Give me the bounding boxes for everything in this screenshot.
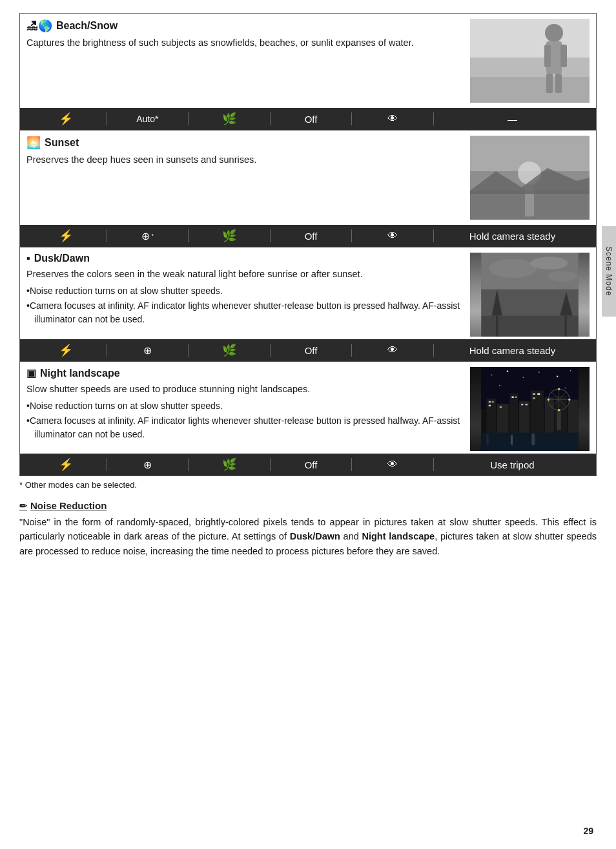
- svg-rect-52: [521, 404, 523, 405]
- svg-rect-66: [557, 409, 561, 430]
- beach-snow-settings: ⚡ Auto* 🌿 Off 👁 —: [20, 108, 596, 130]
- af-text: Auto*: [136, 114, 158, 124]
- af-icon-3: ⊕: [143, 344, 152, 357]
- divider1: [107, 112, 107, 125]
- flash-setting: ⚡: [28, 112, 104, 126]
- svg-point-21: [489, 259, 537, 278]
- noise-reduction-title-text: Noise Reduction: [30, 500, 107, 511]
- svg-point-36: [499, 385, 500, 386]
- footnote-text: * Other modes can be selected.: [19, 480, 137, 490]
- face-icon-2: 👁: [387, 230, 398, 242]
- flash-setting-4: ⚡: [28, 457, 104, 472]
- noise-reduction-text: "Noise" in the form of randomly-spaced, …: [19, 515, 597, 558]
- night-landscape-bold: Night landscape: [362, 531, 435, 541]
- iso-text-3: Off: [305, 345, 318, 356]
- bullet-2-text: Camera focuses at infinity. AF indicator…: [30, 300, 460, 324]
- sunset-title: 🌅 Sunset: [26, 136, 464, 150]
- stabilize-icon: 🌿: [222, 112, 236, 126]
- iso-setting-4: Off: [273, 459, 349, 470]
- svg-point-70: [548, 399, 549, 401]
- beach-snow-text: 🏖🌎 Beach/Snow Captures the brightness of…: [26, 19, 470, 103]
- svg-rect-9: [555, 74, 562, 93]
- sunset-svg: [470, 136, 590, 220]
- af-icon-4: ⊕: [143, 459, 152, 471]
- div2-5: [433, 229, 434, 242]
- svg-point-69: [558, 409, 560, 411]
- div4-1: [107, 458, 107, 471]
- divider3: [270, 112, 271, 125]
- night-landscape-icon: ▣: [26, 367, 36, 379]
- beach-snow-svg: [470, 19, 590, 103]
- div2-2: [188, 229, 189, 242]
- af-setting: Auto*: [110, 114, 186, 124]
- bullet-4-text: Camera focuses at infinity. AF indicator…: [30, 415, 460, 439]
- night-landscape-section: ▣ Night landscape Slow shutter speeds ar…: [19, 362, 597, 476]
- div3-4: [351, 344, 352, 357]
- div2-4: [351, 229, 352, 242]
- flash-icon-2: ⚡: [59, 229, 73, 243]
- div4-3: [270, 458, 271, 471]
- dusk-dawn-content: ▪ Dusk/Dawn Preserves the colors seen in…: [20, 247, 596, 339]
- beach-snow-content: 🏖🌎 Beach/Snow Captures the brightness of…: [20, 14, 596, 108]
- scene-mode-label: Scene Mode: [604, 246, 613, 296]
- svg-rect-55: [537, 393, 540, 395]
- sunset-icon: 🌅: [26, 136, 41, 150]
- note-text-4: Use tripod: [490, 459, 534, 470]
- svg-point-37: [565, 388, 566, 389]
- dusk-dawn-desc: Preserves the colors seen in the weak na…: [26, 267, 464, 281]
- sunset-text: 🌅 Sunset Preserves the deep hues seen in…: [26, 136, 470, 220]
- bullet-2: •Camera focuses at infinity. AF indicato…: [26, 299, 464, 326]
- div3-2: [188, 344, 189, 357]
- svg-rect-50: [511, 397, 513, 398]
- dusk-dawn-bullets: •Noise reduction turns on at slow shutte…: [26, 284, 464, 326]
- night-landscape-text: ▣ Night landscape Slow shutter speeds ar…: [26, 367, 470, 451]
- iso-setting-2: Off: [273, 231, 349, 242]
- af-setting-2: ⊕ *: [110, 230, 186, 242]
- svg-rect-57: [481, 433, 578, 451]
- night-landscape-title-text: Night landscape: [40, 368, 120, 379]
- stabilize-setting: 🌿: [191, 112, 267, 126]
- sunset-settings: ⚡ ⊕ * 🌿 Off 👁 Hold camera steady: [20, 225, 596, 247]
- dusk-dawn-text: ▪ Dusk/Dawn Preserves the colors seen in…: [26, 253, 470, 337]
- night-landscape-title: ▣ Night landscape: [26, 367, 464, 379]
- sunset-title-text: Sunset: [45, 137, 79, 149]
- svg-rect-27: [565, 316, 567, 337]
- beach-snow-image: [470, 19, 590, 103]
- divider4: [351, 112, 352, 125]
- svg-rect-2: [470, 58, 590, 77]
- svg-rect-7: [560, 45, 567, 67]
- beach-snow-icon: 🏖🌎: [26, 19, 52, 33]
- face-setting-2: 👁: [354, 230, 431, 242]
- svg-rect-59: [511, 435, 513, 445]
- note-setting-3: Hold camera steady: [436, 345, 588, 356]
- svg-point-33: [539, 372, 540, 373]
- dusk-dawn-bold: Dusk/Dawn: [290, 531, 340, 541]
- night-landscape-image: [470, 367, 590, 451]
- div4-4: [351, 458, 352, 471]
- flash-setting-2: ⚡: [28, 229, 104, 243]
- svg-rect-6: [544, 45, 551, 67]
- div4-2: [188, 458, 189, 471]
- face-icon: 👁: [387, 113, 398, 125]
- note-setting: —: [436, 114, 588, 125]
- page-number-text: 29: [583, 826, 593, 836]
- stabilize-icon-2: 🌿: [222, 229, 236, 243]
- footnote: * Other modes can be selected.: [19, 480, 597, 490]
- svg-rect-47: [492, 401, 494, 403]
- svg-rect-49: [500, 406, 502, 408]
- night-landscape-content: ▣ Night landscape Slow shutter speeds ar…: [20, 362, 596, 454]
- svg-point-67: [558, 388, 560, 390]
- bullet-4: •Camera focuses at infinity. AF indicato…: [26, 414, 464, 441]
- svg-rect-46: [489, 401, 491, 403]
- divider5: [433, 112, 434, 125]
- face-icon-4: 👁: [387, 459, 398, 470]
- stabilize-icon-3: 🌿: [222, 343, 236, 357]
- dusk-dawn-settings: ⚡ ⊕ 🌿 Off 👁 Hold camera steady: [20, 339, 596, 361]
- face-setting-3: 👁: [354, 344, 431, 356]
- dusk-dawn-icon: ▪: [26, 253, 30, 264]
- sunset-section: 🌅 Sunset Preserves the deep hues seen in…: [19, 131, 597, 247]
- div3-3: [270, 344, 271, 357]
- svg-rect-26: [496, 316, 498, 337]
- note-setting-2: Hold camera steady: [436, 231, 588, 242]
- noise-reduction-title: ✏ Noise Reduction: [19, 500, 597, 511]
